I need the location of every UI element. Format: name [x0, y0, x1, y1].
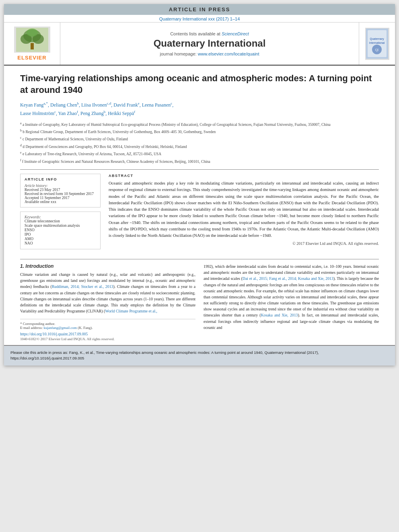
info-abstract-cols: ARTICLE INFO Article history: Received 2… — [20, 174, 379, 253]
kw-6: NAO — [25, 241, 96, 245]
elsevier-label: ELSEVIER — [17, 55, 46, 61]
kw-5: AMO — [25, 237, 96, 241]
ref-wcprog[interactable]: World Climate Programme et al., — [105, 309, 157, 313]
article-info-box: ARTICLE INFO Article history: Received 2… — [20, 174, 101, 207]
author-fang: Keyan Fang — [20, 102, 43, 108]
journal-ref-line: Quaternary International xxx (2017) 1–14 — [4, 15, 395, 22]
intro-right: 1992), which define interdecadal scales … — [204, 263, 379, 341]
abstract-title: ABSTRACT — [109, 174, 379, 178]
author-zhang: Peng Zhang — [80, 111, 104, 116]
svg-point-5 — [27, 29, 38, 37]
intro-left: 1. Introduction Climate variation and ch… — [20, 263, 195, 341]
divider-1 — [20, 169, 379, 170]
corr-author-note: * Corresponding author. E-mail address: … — [20, 319, 195, 330]
svg-text:QI: QI — [375, 48, 379, 52]
keywords-label: Keywords: — [25, 215, 96, 219]
history-label: Article history: — [25, 184, 96, 188]
author-pasanen: Leena Pasanen — [142, 102, 171, 108]
author-frank: David Frank — [113, 102, 138, 108]
intro-right-text: 1992), which define interdecadal scales … — [204, 263, 379, 331]
sciencedirect-line: Contents lists available at ScienceDirec… — [170, 31, 249, 36]
abstract-col: ABSTRACT Oceanic and atmospheric modes p… — [109, 174, 379, 253]
author-holmstrom: Lasse Holmström — [20, 111, 54, 116]
authors-text: Keyan Fanga,*, Deliang Chenb, Liisa Ilvo… — [20, 102, 173, 116]
homepage-line: journal homepage: www.elsevier.com/locat… — [160, 51, 259, 56]
journal-header: ELSEVIER Contents lists available at Sci… — [4, 22, 395, 66]
journal-center: Contents lists available at ScienceDirec… — [60, 23, 359, 65]
journal-top: ELSEVIER Contents lists available at Sci… — [4, 22, 395, 65]
svg-rect-4 — [31, 43, 34, 49]
footer-citation: Please cite this article in press as: Fa… — [4, 345, 395, 366]
main-content: Time-varying relationships among oceanic… — [4, 66, 395, 345]
journal-title-big: Quaternary International — [154, 38, 266, 49]
homepage-link[interactable]: www.elsevier.com/locate/quaint — [198, 51, 259, 56]
author-ilvonen: Liisa Ilvonen — [81, 102, 107, 108]
author-zhao: Yan Zhao — [58, 111, 77, 116]
journal-logo-img: Quaternary International QI — [365, 28, 389, 60]
ref-dai[interactable]: Dai et al., 2015; Fang et al., 2014; Kos… — [243, 276, 333, 281]
journal-logo-box: Quaternary International QI — [359, 23, 395, 65]
elsevier-tree-icon — [14, 27, 50, 53]
article-info-title: ARTICLE INFO — [25, 177, 96, 181]
kw-2: Scale space multiresolution analysis — [25, 224, 96, 228]
email-address[interactable]: kujanfang@gmail.com — [43, 326, 77, 330]
author-chen: Deliang Chen — [50, 102, 77, 108]
kw-3: ENSO — [25, 228, 96, 232]
sciencedirect-prefix: Contents lists available at — [170, 31, 220, 36]
email-line: E-mail address: kujanfang@gmail.com (K. … — [20, 326, 195, 330]
doi-line[interactable]: https://doi.org/10.1016/j.quaint.2017.09… — [20, 332, 195, 336]
article-title: Time-varying relationships among oceanic… — [20, 73, 379, 96]
author-seppa: Heikki Seppä — [108, 111, 134, 116]
homepage-prefix: journal homepage: — [160, 51, 196, 56]
available-online: Available online xxx — [25, 200, 96, 204]
ref-kosaka[interactable]: Kosaka and Xie, 2013 — [261, 313, 298, 317]
abstract-text: Oceanic and atmospheric modes play a key… — [109, 180, 379, 239]
copyright-line: © 2017 Elsevier Ltd and INQUA. All right… — [109, 241, 379, 246]
article-info-col: ARTICLE INFO Article history: Received 2… — [20, 174, 101, 253]
svg-text:International: International — [369, 41, 385, 44]
sciencedirect-link[interactable]: ScienceDirect — [222, 31, 249, 36]
affil-f: f f Institute of Geographic Sciences and… — [20, 158, 379, 164]
issn-line: 1040-6182/© 2017 Elsevier Ltd and INQUA.… — [20, 337, 195, 341]
affiliations: a a Institute of Geography, Key Laborato… — [20, 121, 379, 164]
intro-left-text: Climate variation and change is caused b… — [20, 271, 195, 314]
affil-d: d d Department of Geosciences and Geogra… — [20, 143, 379, 150]
received-date: Received 23 May 2017 — [25, 188, 96, 192]
article-history: Article history: Received 23 May 2017 Re… — [25, 184, 96, 204]
kw-1: Climate teleconnection — [25, 219, 96, 223]
email-label: E-mail address: — [20, 326, 43, 330]
banner-text: ARTICLE IN PRESS — [169, 6, 230, 12]
footer-citation-text: Please cite this article in press as: Fa… — [10, 350, 319, 360]
star-note: * Corresponding author. — [20, 322, 195, 326]
authors-line: Keyan Fanga,*, Deliang Chenb, Liisa Ilvo… — [20, 101, 379, 117]
intro-heading: 1. Introduction — [20, 263, 195, 269]
elsevier-logo-box: ELSEVIER — [4, 23, 60, 65]
keywords-box: Keywords: Climate teleconnection Scale s… — [20, 212, 101, 249]
affil-c: c c Department of Mathematical Sciences,… — [20, 136, 379, 142]
affil-b: b b Regional Climate Group, Department o… — [20, 128, 379, 135]
ref-ruddiman[interactable]: Ruddiman, 2014; Stocker et al., 2013 — [52, 284, 113, 289]
divider-2 — [20, 259, 379, 259]
article-in-press-banner: ARTICLE IN PRESS — [4, 4, 395, 15]
intro-two-col: 1. Introduction Climate variation and ch… — [20, 263, 379, 341]
kw-4: IPO — [25, 232, 96, 236]
email-suffix: (K. Fang). — [78, 326, 93, 330]
page: ARTICLE IN PRESS Quaternary Internationa… — [4, 4, 395, 366]
affil-e: e e Laboratory of Tree-ring Research, Un… — [20, 150, 379, 157]
svg-text:Quaternary: Quaternary — [370, 37, 384, 41]
affil-a: a a Institute of Geography, Key Laborato… — [20, 121, 379, 127]
accepted-date: Accepted 11 September 2017 — [25, 196, 96, 200]
received-revised: Received in revised form 10 September 20… — [25, 192, 96, 196]
journal-ref: Quaternary International xxx (2017) 1–14 — [159, 16, 240, 21]
